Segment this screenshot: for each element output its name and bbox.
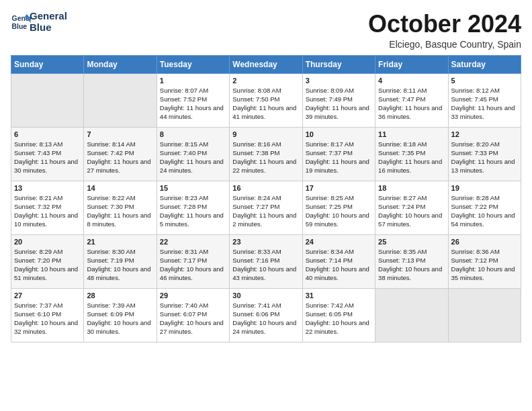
day-number: 11	[378, 130, 445, 138]
day-info: Sunrise: 8:13 AM Sunset: 7:43 PM Dayligh…	[14, 140, 81, 175]
day-info: Sunrise: 8:35 AM Sunset: 7:13 PM Dayligh…	[378, 247, 445, 283]
day-info: Sunrise: 8:09 AM Sunset: 7:49 PM Dayligh…	[306, 86, 372, 122]
day-header-monday: Monday	[84, 55, 157, 73]
calendar-cell: 23Sunrise: 8:33 AM Sunset: 7:16 PM Dayli…	[230, 234, 302, 288]
calendar-cell: 8Sunrise: 8:15 AM Sunset: 7:40 PM Daylig…	[157, 127, 229, 181]
day-number: 22	[160, 238, 226, 246]
day-header-wednesday: Wednesday	[230, 55, 302, 73]
month-title: October 2024	[368, 11, 521, 38]
day-info: Sunrise: 8:15 AM Sunset: 7:40 PM Dayligh…	[160, 140, 226, 175]
day-number: 7	[87, 130, 153, 138]
day-info: Sunrise: 8:25 AM Sunset: 7:25 PM Dayligh…	[306, 193, 372, 229]
day-info: Sunrise: 8:36 AM Sunset: 7:12 PM Dayligh…	[451, 247, 518, 283]
calendar-cell: 26Sunrise: 8:36 AM Sunset: 7:12 PM Dayli…	[448, 234, 521, 288]
calendar-cell: 9Sunrise: 8:16 AM Sunset: 7:38 PM Daylig…	[230, 127, 302, 181]
day-info: Sunrise: 8:18 AM Sunset: 7:35 PM Dayligh…	[378, 140, 445, 175]
calendar-cell: 15Sunrise: 8:23 AM Sunset: 7:28 PM Dayli…	[157, 181, 229, 234]
day-number: 10	[306, 130, 372, 138]
calendar-cell: 16Sunrise: 8:24 AM Sunset: 7:27 PM Dayli…	[230, 181, 302, 234]
calendar-cell: 12Sunrise: 8:20 AM Sunset: 7:33 PM Dayli…	[448, 127, 521, 181]
day-number: 18	[378, 184, 445, 192]
day-number: 28	[87, 291, 153, 300]
day-info: Sunrise: 8:31 AM Sunset: 7:17 PM Dayligh…	[160, 247, 226, 283]
day-number: 12	[451, 130, 518, 138]
day-header-tuesday: Tuesday	[157, 55, 229, 73]
logo: General Blue General Blue	[11, 11, 67, 33]
calendar-cell: 30Sunrise: 7:41 AM Sunset: 6:06 PM Dayli…	[230, 288, 302, 342]
calendar-cell: 22Sunrise: 8:31 AM Sunset: 7:17 PM Dayli…	[157, 234, 229, 288]
calendar-cell: 31Sunrise: 7:42 AM Sunset: 6:05 PM Dayli…	[302, 288, 375, 342]
day-header-friday: Friday	[375, 55, 448, 73]
day-info: Sunrise: 8:33 AM Sunset: 7:16 PM Dayligh…	[232, 247, 299, 283]
day-number: 24	[306, 238, 372, 246]
day-number: 6	[14, 130, 81, 138]
day-info: Sunrise: 8:14 AM Sunset: 7:42 PM Dayligh…	[87, 140, 153, 175]
day-number: 5	[451, 77, 518, 85]
day-info: Sunrise: 8:20 AM Sunset: 7:33 PM Dayligh…	[451, 140, 518, 175]
day-number: 23	[232, 238, 299, 246]
calendar-cell	[448, 288, 521, 342]
day-info: Sunrise: 8:27 AM Sunset: 7:24 PM Dayligh…	[378, 193, 445, 229]
day-number: 14	[87, 184, 153, 192]
day-number: 31	[306, 291, 372, 300]
day-number: 19	[451, 184, 518, 192]
calendar-cell	[375, 288, 448, 342]
calendar-cell: 13Sunrise: 8:21 AM Sunset: 7:32 PM Dayli…	[11, 181, 84, 234]
day-info: Sunrise: 8:34 AM Sunset: 7:14 PM Dayligh…	[306, 247, 372, 283]
day-info: Sunrise: 7:41 AM Sunset: 6:06 PM Dayligh…	[232, 301, 299, 336]
day-number: 3	[306, 77, 372, 85]
day-number: 9	[232, 130, 299, 138]
page-header: General Blue General Blue October 2024 E…	[11, 11, 521, 50]
day-info: Sunrise: 8:30 AM Sunset: 7:19 PM Dayligh…	[87, 247, 153, 283]
day-number: 17	[306, 184, 372, 192]
calendar-cell: 10Sunrise: 8:17 AM Sunset: 7:37 PM Dayli…	[302, 127, 375, 181]
calendar-cell: 2Sunrise: 8:08 AM Sunset: 7:50 PM Daylig…	[230, 73, 302, 127]
calendar-cell: 1Sunrise: 8:07 AM Sunset: 7:52 PM Daylig…	[157, 73, 229, 127]
calendar-cell	[11, 73, 84, 127]
day-number: 30	[232, 291, 299, 300]
calendar-cell: 21Sunrise: 8:30 AM Sunset: 7:19 PM Dayli…	[84, 234, 157, 288]
day-info: Sunrise: 8:24 AM Sunset: 7:27 PM Dayligh…	[232, 193, 299, 229]
day-number: 20	[14, 238, 81, 246]
location: Elciego, Basque Country, Spain	[368, 39, 521, 50]
calendar-table: SundayMondayTuesdayWednesdayThursdayFrid…	[11, 55, 521, 342]
day-number: 29	[160, 291, 226, 300]
day-info: Sunrise: 7:42 AM Sunset: 6:05 PM Dayligh…	[306, 301, 372, 336]
day-info: Sunrise: 8:22 AM Sunset: 7:30 PM Dayligh…	[87, 193, 153, 229]
day-number: 16	[232, 184, 299, 192]
calendar-cell: 5Sunrise: 8:12 AM Sunset: 7:45 PM Daylig…	[448, 73, 521, 127]
day-info: Sunrise: 8:12 AM Sunset: 7:45 PM Dayligh…	[451, 86, 518, 122]
calendar-cell: 17Sunrise: 8:25 AM Sunset: 7:25 PM Dayli…	[302, 181, 375, 234]
title-block: October 2024 Elciego, Basque Country, Sp…	[368, 11, 521, 50]
calendar-cell: 7Sunrise: 8:14 AM Sunset: 7:42 PM Daylig…	[84, 127, 157, 181]
calendar-cell: 3Sunrise: 8:09 AM Sunset: 7:49 PM Daylig…	[302, 73, 375, 127]
day-info: Sunrise: 8:16 AM Sunset: 7:38 PM Dayligh…	[232, 140, 299, 175]
day-info: Sunrise: 8:29 AM Sunset: 7:20 PM Dayligh…	[14, 247, 81, 283]
day-number: 1	[160, 77, 226, 85]
calendar-cell: 25Sunrise: 8:35 AM Sunset: 7:13 PM Dayli…	[375, 234, 448, 288]
day-number: 15	[160, 184, 226, 192]
calendar-cell: 18Sunrise: 8:27 AM Sunset: 7:24 PM Dayli…	[375, 181, 448, 234]
calendar-cell: 19Sunrise: 8:28 AM Sunset: 7:22 PM Dayli…	[448, 181, 521, 234]
day-header-saturday: Saturday	[448, 55, 521, 73]
day-number: 21	[87, 238, 153, 246]
day-info: Sunrise: 8:23 AM Sunset: 7:28 PM Dayligh…	[160, 193, 226, 229]
day-info: Sunrise: 7:39 AM Sunset: 6:09 PM Dayligh…	[87, 301, 153, 336]
logo-line2: Blue	[30, 22, 52, 34]
day-number: 25	[378, 238, 445, 246]
calendar-cell: 27Sunrise: 7:37 AM Sunset: 6:10 PM Dayli…	[11, 288, 84, 342]
day-info: Sunrise: 7:37 AM Sunset: 6:10 PM Dayligh…	[14, 301, 81, 336]
day-number: 27	[14, 291, 81, 300]
calendar-cell: 4Sunrise: 8:11 AM Sunset: 7:47 PM Daylig…	[375, 73, 448, 127]
calendar-cell: 20Sunrise: 8:29 AM Sunset: 7:20 PM Dayli…	[11, 234, 84, 288]
day-number: 2	[232, 77, 299, 85]
day-info: Sunrise: 8:08 AM Sunset: 7:50 PM Dayligh…	[232, 86, 299, 122]
calendar-cell: 29Sunrise: 7:40 AM Sunset: 6:07 PM Dayli…	[157, 288, 229, 342]
calendar-cell	[84, 73, 157, 127]
calendar-cell: 6Sunrise: 8:13 AM Sunset: 7:43 PM Daylig…	[11, 127, 84, 181]
day-number: 4	[378, 77, 445, 85]
day-info: Sunrise: 8:07 AM Sunset: 7:52 PM Dayligh…	[160, 86, 226, 122]
calendar-cell: 28Sunrise: 7:39 AM Sunset: 6:09 PM Dayli…	[84, 288, 157, 342]
day-info: Sunrise: 8:17 AM Sunset: 7:37 PM Dayligh…	[306, 140, 372, 175]
day-number: 8	[160, 130, 226, 138]
